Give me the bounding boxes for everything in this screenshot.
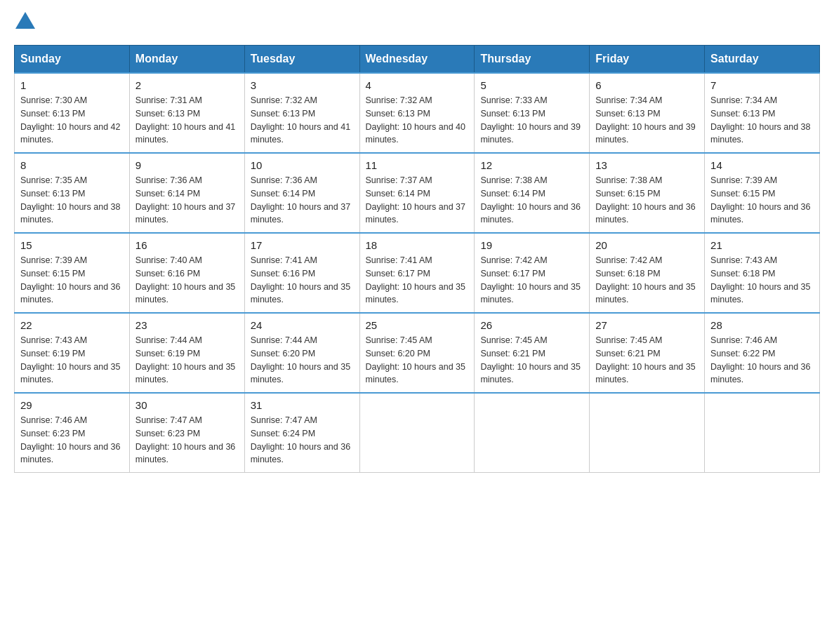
page-header — [14, 14, 820, 31]
calendar-cell: 30 Sunrise: 7:47 AM Sunset: 6:23 PM Dayl… — [129, 393, 244, 473]
calendar-cell: 20 Sunrise: 7:42 AM Sunset: 6:18 PM Dayl… — [590, 233, 705, 313]
day-number: 31 — [251, 399, 354, 411]
day-info: Sunrise: 7:36 AM Sunset: 6:14 PM Dayligh… — [135, 174, 239, 227]
header-thursday: Thursday — [475, 46, 590, 74]
calendar-cell: 19 Sunrise: 7:42 AM Sunset: 6:17 PM Dayl… — [475, 233, 590, 313]
calendar-cell: 13 Sunrise: 7:38 AM Sunset: 6:15 PM Dayl… — [590, 153, 705, 233]
calendar-cell: 6 Sunrise: 7:34 AM Sunset: 6:13 PM Dayli… — [590, 73, 705, 153]
calendar-cell — [359, 393, 475, 473]
day-info: Sunrise: 7:36 AM Sunset: 6:14 PM Dayligh… — [251, 174, 354, 227]
week-row-4: 22 Sunrise: 7:43 AM Sunset: 6:19 PM Dayl… — [15, 313, 820, 393]
day-info: Sunrise: 7:44 AM Sunset: 6:20 PM Dayligh… — [251, 334, 354, 387]
calendar-cell: 1 Sunrise: 7:30 AM Sunset: 6:13 PM Dayli… — [15, 73, 130, 153]
day-number: 27 — [595, 319, 699, 331]
day-info: Sunrise: 7:44 AM Sunset: 6:19 PM Dayligh… — [135, 334, 239, 387]
calendar-cell: 25 Sunrise: 7:45 AM Sunset: 6:20 PM Dayl… — [359, 313, 475, 393]
calendar-cell: 2 Sunrise: 7:31 AM Sunset: 6:13 PM Dayli… — [129, 73, 244, 153]
day-number: 22 — [20, 319, 124, 331]
day-number: 12 — [480, 159, 583, 171]
header-friday: Friday — [590, 46, 705, 74]
calendar-cell: 14 Sunrise: 7:39 AM Sunset: 6:15 PM Dayl… — [705, 153, 820, 233]
logo — [14, 14, 37, 31]
day-info: Sunrise: 7:42 AM Sunset: 6:18 PM Dayligh… — [595, 254, 699, 307]
calendar-cell: 15 Sunrise: 7:39 AM Sunset: 6:15 PM Dayl… — [15, 233, 130, 313]
day-info: Sunrise: 7:41 AM Sunset: 6:16 PM Dayligh… — [251, 254, 354, 307]
calendar-cell: 5 Sunrise: 7:33 AM Sunset: 6:13 PM Dayli… — [475, 73, 590, 153]
day-info: Sunrise: 7:33 AM Sunset: 6:13 PM Dayligh… — [480, 94, 583, 147]
calendar-cell: 28 Sunrise: 7:46 AM Sunset: 6:22 PM Dayl… — [705, 313, 820, 393]
header-row: SundayMondayTuesdayWednesdayThursdayFrid… — [15, 46, 820, 74]
week-row-3: 15 Sunrise: 7:39 AM Sunset: 6:15 PM Dayl… — [15, 233, 820, 313]
header-saturday: Saturday — [705, 46, 820, 74]
calendar-cell: 3 Sunrise: 7:32 AM Sunset: 6:13 PM Dayli… — [244, 73, 359, 153]
calendar-cell — [590, 393, 705, 473]
header-sunday: Sunday — [15, 46, 130, 74]
week-row-2: 8 Sunrise: 7:35 AM Sunset: 6:13 PM Dayli… — [15, 153, 820, 233]
day-number: 26 — [480, 319, 583, 331]
day-info: Sunrise: 7:35 AM Sunset: 6:13 PM Dayligh… — [20, 174, 124, 227]
day-info: Sunrise: 7:46 AM Sunset: 6:22 PM Dayligh… — [710, 334, 814, 387]
calendar-cell — [705, 393, 820, 473]
day-info: Sunrise: 7:42 AM Sunset: 6:17 PM Dayligh… — [480, 254, 583, 307]
day-number: 28 — [710, 319, 814, 331]
day-number: 20 — [595, 239, 699, 251]
day-number: 16 — [135, 239, 239, 251]
day-info: Sunrise: 7:39 AM Sunset: 6:15 PM Dayligh… — [710, 174, 814, 227]
day-number: 29 — [20, 399, 124, 411]
day-number: 5 — [480, 79, 583, 91]
calendar-cell: 17 Sunrise: 7:41 AM Sunset: 6:16 PM Dayl… — [244, 233, 359, 313]
day-number: 14 — [710, 159, 814, 171]
calendar-cell: 24 Sunrise: 7:44 AM Sunset: 6:20 PM Dayl… — [244, 313, 359, 393]
day-info: Sunrise: 7:38 AM Sunset: 6:15 PM Dayligh… — [595, 174, 699, 227]
week-row-5: 29 Sunrise: 7:46 AM Sunset: 6:23 PM Dayl… — [15, 393, 820, 473]
day-info: Sunrise: 7:43 AM Sunset: 6:19 PM Dayligh… — [20, 334, 124, 387]
day-number: 11 — [366, 159, 469, 171]
calendar-cell: 29 Sunrise: 7:46 AM Sunset: 6:23 PM Dayl… — [15, 393, 130, 473]
day-number: 15 — [20, 239, 124, 251]
day-number: 7 — [710, 79, 814, 91]
day-number: 18 — [366, 239, 469, 251]
day-number: 13 — [595, 159, 699, 171]
logo-triangle-icon — [15, 12, 35, 29]
day-info: Sunrise: 7:47 AM Sunset: 6:23 PM Dayligh… — [135, 414, 239, 467]
day-info: Sunrise: 7:32 AM Sunset: 6:13 PM Dayligh… — [251, 94, 354, 147]
day-number: 30 — [135, 399, 239, 411]
day-number: 4 — [366, 79, 469, 91]
day-number: 2 — [135, 79, 239, 91]
day-info: Sunrise: 7:47 AM Sunset: 6:24 PM Dayligh… — [251, 414, 354, 467]
calendar-cell: 31 Sunrise: 7:47 AM Sunset: 6:24 PM Dayl… — [244, 393, 359, 473]
day-info: Sunrise: 7:45 AM Sunset: 6:21 PM Dayligh… — [480, 334, 583, 387]
day-number: 24 — [251, 319, 354, 331]
day-number: 17 — [251, 239, 354, 251]
day-number: 8 — [20, 159, 124, 171]
header-wednesday: Wednesday — [359, 46, 475, 74]
calendar-table: SundayMondayTuesdayWednesdayThursdayFrid… — [14, 45, 820, 473]
day-info: Sunrise: 7:32 AM Sunset: 6:13 PM Dayligh… — [366, 94, 469, 147]
day-number: 23 — [135, 319, 239, 331]
calendar-cell: 16 Sunrise: 7:40 AM Sunset: 6:16 PM Dayl… — [129, 233, 244, 313]
day-number: 3 — [251, 79, 354, 91]
day-number: 19 — [480, 239, 583, 251]
day-info: Sunrise: 7:40 AM Sunset: 6:16 PM Dayligh… — [135, 254, 239, 307]
day-info: Sunrise: 7:46 AM Sunset: 6:23 PM Dayligh… — [20, 414, 124, 467]
calendar-cell: 26 Sunrise: 7:45 AM Sunset: 6:21 PM Dayl… — [475, 313, 590, 393]
calendar-cell: 18 Sunrise: 7:41 AM Sunset: 6:17 PM Dayl… — [359, 233, 475, 313]
day-info: Sunrise: 7:30 AM Sunset: 6:13 PM Dayligh… — [20, 94, 124, 147]
calendar-cell: 22 Sunrise: 7:43 AM Sunset: 6:19 PM Dayl… — [15, 313, 130, 393]
day-info: Sunrise: 7:31 AM Sunset: 6:13 PM Dayligh… — [135, 94, 239, 147]
calendar-cell: 23 Sunrise: 7:44 AM Sunset: 6:19 PM Dayl… — [129, 313, 244, 393]
day-number: 6 — [595, 79, 699, 91]
calendar-cell: 4 Sunrise: 7:32 AM Sunset: 6:13 PM Dayli… — [359, 73, 475, 153]
header-monday: Monday — [129, 46, 244, 74]
calendar-cell: 10 Sunrise: 7:36 AM Sunset: 6:14 PM Dayl… — [244, 153, 359, 233]
day-info: Sunrise: 7:34 AM Sunset: 6:13 PM Dayligh… — [595, 94, 699, 147]
day-number: 25 — [366, 319, 469, 331]
calendar-cell: 27 Sunrise: 7:45 AM Sunset: 6:21 PM Dayl… — [590, 313, 705, 393]
day-info: Sunrise: 7:41 AM Sunset: 6:17 PM Dayligh… — [366, 254, 469, 307]
day-number: 1 — [20, 79, 124, 91]
calendar-cell: 9 Sunrise: 7:36 AM Sunset: 6:14 PM Dayli… — [129, 153, 244, 233]
header-tuesday: Tuesday — [244, 46, 359, 74]
week-row-1: 1 Sunrise: 7:30 AM Sunset: 6:13 PM Dayli… — [15, 73, 820, 153]
day-number: 9 — [135, 159, 239, 171]
day-info: Sunrise: 7:45 AM Sunset: 6:20 PM Dayligh… — [366, 334, 469, 387]
